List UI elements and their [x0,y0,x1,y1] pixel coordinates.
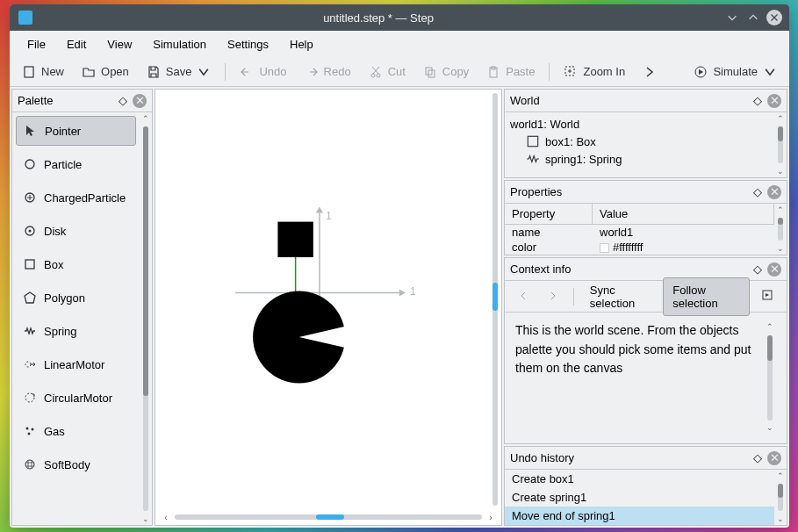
scroll-down-icon[interactable]: ⌄ [140,513,152,525]
menu-view[interactable]: View [97,33,142,55]
undo-scrollbar[interactable]: ⌃ ⌄ [774,470,787,525]
close-icon[interactable]: ✕ [767,185,781,199]
menubar: File Edit View Simulation Settings Help [10,31,789,57]
cut-button[interactable]: Cut [362,61,413,83]
palette-item-spring[interactable]: Spring [16,316,136,346]
property-row[interactable]: color #ffffffff [505,240,774,255]
float-icon[interactable]: ◇ [751,185,765,199]
scroll-up-icon[interactable]: ⌃ [764,321,776,334]
polygon-icon [23,291,37,305]
execute-button[interactable] [753,284,781,308]
palette-label: Disk [44,225,66,238]
context-scrollbar[interactable]: ⌃ ⌄ [764,321,776,435]
tree-item-box1[interactable]: box1: Box [510,133,769,150]
titlebar[interactable]: untitled.step * — Step [10,4,789,31]
close-icon[interactable]: ✕ [767,94,781,108]
palette-item-linear-motor[interactable]: LinearMotor [16,349,136,379]
close-icon[interactable]: ✕ [767,451,781,465]
scroll-left-icon[interactable]: ‹ [161,513,171,522]
scroll-down-icon[interactable]: ⌄ [774,513,787,525]
tree-item-spring1[interactable]: spring1: Spring [510,150,769,168]
palette-label: Pointer [45,125,81,138]
world-scrollbar[interactable]: ⌃ ⌄ [774,112,787,177]
simulate-button[interactable]: Simulate [687,61,784,83]
close-button[interactable] [766,10,782,25]
float-icon[interactable]: ◇ [751,451,765,465]
chevron-down-icon[interactable] [197,65,211,79]
palette-scrollbar[interactable]: ⌃ ⌄ [140,112,152,525]
redo-button[interactable]: Redo [298,61,358,83]
tree-item-world[interactable]: world1: World [510,116,769,133]
canvas-h-scrollbar[interactable]: ‹ › [155,509,501,525]
copy-button[interactable]: Copy [416,61,476,83]
palette-item-pointer[interactable]: Pointer [16,116,136,146]
open-icon [82,65,96,79]
world-tree[interactable]: world1: World box1: Box spring1: Spring [505,112,774,177]
menu-settings[interactable]: Settings [217,33,279,55]
palette-item-disk[interactable]: Disk [16,216,136,246]
palette-label: Polygon [44,291,85,305]
undo-panel: Undo history ◇ ✕ Create box1 Create spri… [504,446,787,526]
header-property: Property [505,204,593,224]
zoom-in-button[interactable]: Zoom In [557,61,632,83]
float-icon[interactable]: ◇ [751,262,765,277]
world-header: World ◇ ✕ [505,90,787,112]
redo-label: Redo [324,65,351,78]
scroll-down-icon[interactable]: ⌄ [774,165,787,177]
spring-icon [23,324,37,338]
properties-scrollbar[interactable]: ⌃ ⌄ [774,204,787,255]
open-button[interactable]: Open [75,61,136,83]
context-title: Context info [510,262,748,276]
properties-table-header: Property Value [505,204,774,225]
play-icon [694,65,708,79]
palette-item-box[interactable]: Box [16,249,136,279]
palette-item-polygon[interactable]: Polygon [16,283,136,313]
menu-file[interactable]: File [17,33,56,55]
property-row[interactable]: name world1 [505,225,774,240]
window-title: untitled.step * — Step [32,11,724,25]
undo-button[interactable]: Undo [233,61,293,83]
object-box1[interactable] [277,222,313,257]
scroll-up-icon[interactable]: ⌃ [140,112,152,125]
back-button[interactable] [510,284,536,308]
toolbar-overflow-button[interactable] [636,61,664,83]
scroll-down-icon[interactable]: ⌄ [774,242,787,255]
menu-help[interactable]: Help [279,33,324,55]
canvas[interactable]: 1 1 ‹ › [155,89,502,526]
scroll-down-icon[interactable]: ⌄ [764,422,776,435]
sync-selection-button[interactable]: Sync selection [581,278,659,315]
canvas-v-scrollbar[interactable] [492,93,500,506]
scroll-up-icon[interactable]: ⌃ [774,204,787,216]
property-key: name [505,225,593,240]
save-button[interactable]: Save [140,61,219,83]
float-icon[interactable]: ◇ [116,94,130,108]
scroll-up-icon[interactable]: ⌃ [774,112,787,125]
forward-button[interactable] [540,284,566,308]
palette-item-soft-body[interactable]: SoftBody [16,449,136,479]
scroll-up-icon[interactable]: ⌃ [774,470,787,482]
new-button[interactable]: New [15,61,71,83]
palette-item-charged-particle[interactable]: ChargedParticle [16,183,136,212]
close-icon[interactable]: ✕ [133,94,147,108]
object-disk[interactable] [253,291,346,383]
paste-button[interactable]: Paste [479,61,542,83]
menu-edit[interactable]: Edit [56,33,97,55]
menu-simulation[interactable]: Simulation [142,33,217,55]
palette-item-particle[interactable]: Particle [16,149,136,179]
minimize-button[interactable] [724,10,740,25]
follow-selection-button[interactable]: Follow selection [663,277,750,316]
palette-item-circular-motor[interactable]: CircularMotor [16,383,136,413]
chevron-down-icon[interactable] [763,65,777,79]
float-icon[interactable]: ◇ [751,94,765,108]
toolbar-separator [549,63,550,81]
spring-icon [526,152,540,166]
undo-item[interactable]: Create spring1 [505,488,774,507]
close-icon[interactable]: ✕ [767,262,781,277]
maximize-button[interactable] [745,10,761,25]
scroll-right-icon[interactable]: › [485,513,496,522]
undo-item[interactable]: Create box1 [505,470,774,488]
palette-label: ChargedParticle [44,191,126,205]
undo-item[interactable]: Move end of spring1 [505,507,774,525]
svg-point-17 [32,428,34,431]
palette-item-gas[interactable]: Gas [16,416,136,446]
